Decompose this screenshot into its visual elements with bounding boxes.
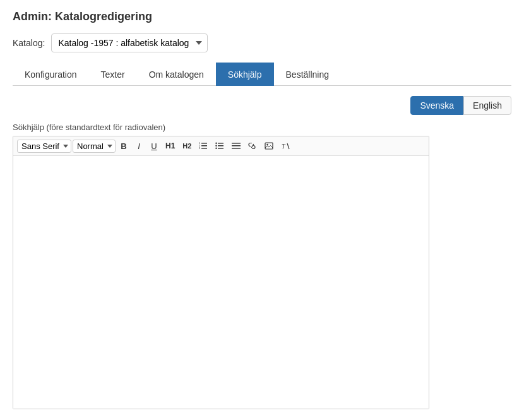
tab-texter[interactable]: Texter xyxy=(89,63,137,86)
svg-text:3: 3 xyxy=(199,147,201,150)
link-icon xyxy=(248,141,257,150)
tab-sokhjälp[interactable]: Sökhjälp xyxy=(216,63,274,86)
ordered-list-icon: 1 2 3 xyxy=(199,141,208,150)
svg-rect-7 xyxy=(218,145,223,147)
svg-point-10 xyxy=(216,145,217,147)
svg-point-16 xyxy=(267,144,268,145)
image-icon xyxy=(265,141,273,150)
tab-konfiguration[interactable]: Konfiguration xyxy=(13,63,89,86)
svg-rect-14 xyxy=(232,148,241,149)
align-button[interactable] xyxy=(229,139,244,153)
svg-rect-2 xyxy=(201,148,207,149)
svg-text:T: T xyxy=(282,143,286,150)
italic-button[interactable]: I xyxy=(132,139,146,153)
underline-button[interactable]: U xyxy=(147,139,161,153)
svg-rect-1 xyxy=(201,145,207,147)
svg-point-9 xyxy=(216,143,217,144)
h1-button[interactable]: H1 xyxy=(162,139,178,153)
clear-format-button[interactable]: T xyxy=(278,139,293,153)
language-switcher: Svenska English xyxy=(13,96,511,115)
svg-rect-13 xyxy=(232,145,241,147)
svg-rect-15 xyxy=(265,143,273,149)
svg-rect-12 xyxy=(232,143,241,144)
editor-toolbar: Sans Serif Normal B I U H1 H2 1 2 3 xyxy=(13,136,429,156)
unordered-list-icon xyxy=(215,141,224,150)
tab-om-katalogen[interactable]: Om katalogen xyxy=(137,63,216,86)
lang-svenska-button[interactable]: Svenska xyxy=(410,96,463,115)
catalog-row: Katalog: Katalog -1957 : alfabetisk kata… xyxy=(13,33,511,52)
unordered-list-button[interactable] xyxy=(212,139,227,153)
page-title: Admin: Katalogredigering xyxy=(13,10,511,23)
font-family-select[interactable]: Sans Serif xyxy=(17,140,71,153)
link-button[interactable] xyxy=(245,139,260,153)
svg-rect-6 xyxy=(218,143,223,144)
rich-text-editor: Sans Serif Normal B I U H1 H2 1 2 3 xyxy=(13,136,429,409)
editor-content[interactable] xyxy=(13,156,429,409)
editor-section-label: Sökhjälp (före standardtext för radioval… xyxy=(13,123,511,132)
image-button[interactable] xyxy=(261,139,277,153)
ordered-list-button[interactable]: 1 2 3 xyxy=(196,139,211,153)
svg-rect-0 xyxy=(201,143,207,144)
svg-rect-8 xyxy=(218,148,223,149)
clear-format-icon: T xyxy=(281,141,290,150)
svg-point-11 xyxy=(216,148,217,149)
bold-button[interactable]: B xyxy=(117,139,131,153)
align-icon xyxy=(232,141,241,150)
lang-english-button[interactable]: English xyxy=(463,96,511,115)
tab-bestallning[interactable]: Beställning xyxy=(274,63,342,86)
tabs-bar: Konfiguration Texter Om katalogen Sökhjä… xyxy=(13,63,511,86)
h2-button[interactable]: H2 xyxy=(179,139,194,153)
catalog-label: Katalog: xyxy=(13,38,45,48)
catalog-select[interactable]: Katalog -1957 : alfabetisk katalog xyxy=(51,33,208,52)
font-size-select[interactable]: Normal xyxy=(73,140,116,153)
svg-line-18 xyxy=(287,143,289,149)
